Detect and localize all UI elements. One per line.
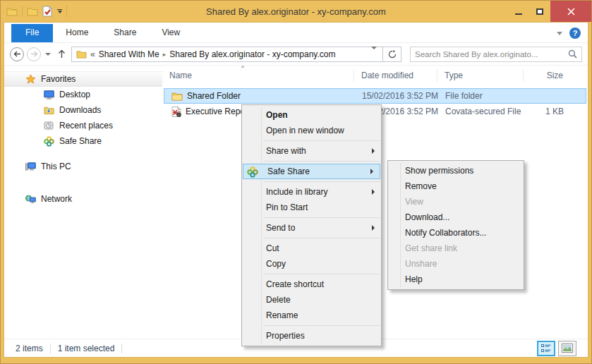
address-bar-row: « Shared With Me ▸ Shared By alex.origin… — [4, 43, 588, 66]
view-toggles — [537, 341, 576, 356]
window-folder-icon — [6, 7, 18, 16]
close-icon — [567, 8, 575, 16]
forward-button[interactable] — [27, 47, 41, 61]
address-controls — [366, 47, 401, 61]
menu-item-label: Share with — [266, 146, 306, 156]
menu-item-rename[interactable]: Rename — [242, 308, 381, 323]
toolbar-separator — [66, 6, 67, 17]
sidebar-item-recent-places[interactable]: Recent places — [4, 118, 162, 133]
back-arrow-icon — [13, 51, 21, 57]
large-icons-view-button[interactable] — [558, 341, 576, 356]
menu-item-share-with[interactable]: Share with — [242, 143, 381, 159]
details-view-button[interactable] — [537, 341, 555, 356]
search-box — [410, 47, 582, 62]
customize-toolbar-button[interactable] — [57, 9, 62, 14]
back-button[interactable] — [10, 47, 24, 61]
explorer-window: Shared By alex.originator - xy-company.c… — [0, 0, 592, 364]
sidebar-item-label: Network — [41, 194, 72, 204]
menu-item-label: Cut — [266, 243, 279, 253]
file-type-cell: Covata-secured File — [438, 107, 524, 116]
menu-item-label: Download... — [405, 212, 449, 222]
menu-item-label: Copy — [266, 259, 286, 269]
minimize-button[interactable] — [508, 1, 529, 22]
menu-item-open-new-window[interactable]: Open in new window — [242, 123, 381, 138]
submenu-item-notify-collaborators[interactable]: Notify Collaborators... — [388, 225, 524, 241]
breadcrumb-item-current[interactable]: Shared By alex.originator - xy-company.c… — [169, 49, 335, 59]
menu-item-create-shortcut[interactable]: Create shortcut — [242, 277, 381, 292]
menu-item-cut[interactable]: Cut — [242, 241, 381, 256]
downloads-icon — [44, 106, 54, 115]
column-header-name[interactable]: Name ▲ — [162, 69, 354, 82]
ribbon-right-controls: ? — [557, 28, 588, 39]
sidebar-item-favorites[interactable]: Favorites — [4, 71, 162, 87]
column-header-size[interactable]: Size — [524, 69, 572, 82]
menu-separator — [263, 325, 380, 326]
address-bar[interactable]: « Shared With Me ▸ Shared By alex.origin… — [71, 47, 401, 62]
menu-item-copy[interactable]: Copy — [242, 256, 381, 272]
menu-item-safe-share[interactable]: Safe Share — [243, 164, 380, 179]
menu-item-label: Pin to Start — [266, 202, 308, 212]
tab-file[interactable]: File — [11, 24, 53, 42]
up-arrow-icon — [58, 49, 66, 59]
tab-view[interactable]: View — [149, 24, 193, 42]
column-headers: Name ▲ Date modified Type Size — [162, 66, 588, 85]
column-header-type[interactable]: Type — [437, 69, 524, 82]
help-icon[interactable]: ? — [569, 28, 581, 39]
submenu-item-help[interactable]: Help — [388, 272, 524, 287]
search-icon[interactable] — [564, 49, 581, 59]
menu-item-include-in-library[interactable]: Include in library — [242, 184, 381, 200]
sidebar-item-desktop[interactable]: Desktop — [4, 87, 162, 102]
refresh-button[interactable] — [382, 47, 401, 61]
sidebar-item-label: This PC — [41, 162, 71, 171]
search-input[interactable] — [411, 50, 564, 59]
submenu-arrow-icon — [372, 148, 375, 154]
submenu-item-remove[interactable]: Remove — [388, 178, 524, 194]
new-folder-button[interactable] — [27, 7, 38, 16]
menu-item-open[interactable]: Open — [242, 107, 381, 123]
submenu-arrow-icon — [370, 169, 373, 174]
sidebar-item-label: Recent places — [59, 121, 113, 131]
close-button[interactable] — [550, 1, 591, 22]
menu-item-label: Open — [266, 110, 288, 120]
desktop-icon — [44, 90, 54, 99]
address-dropdown-icon[interactable] — [366, 49, 382, 59]
file-row-shared-folder[interactable]: Shared Folder 15/02/2016 3:52 PM File fo… — [164, 88, 586, 104]
properties-button[interactable] — [42, 6, 53, 17]
recent-locations-icon[interactable] — [45, 53, 51, 56]
maximize-button[interactable] — [529, 1, 550, 22]
menu-separator — [263, 274, 380, 274]
sidebar-item-downloads[interactable]: Downloads — [4, 102, 162, 118]
menu-separator — [263, 238, 380, 238]
breadcrumb-collapse-icon[interactable]: « — [90, 49, 95, 59]
submenu-arrow-icon — [372, 225, 375, 231]
safe-share-submenu: Show permissions Remove View Download...… — [387, 160, 524, 290]
sidebar-item-network[interactable]: Network — [4, 191, 162, 207]
menu-item-pin-to-start[interactable]: Pin to Start — [242, 200, 381, 215]
minimize-icon — [515, 13, 522, 15]
menu-separator — [263, 181, 380, 182]
menu-item-send-to[interactable]: Send to — [242, 220, 381, 236]
tab-share[interactable]: Share — [101, 24, 149, 42]
secured-pdf-icon — [171, 107, 181, 117]
submenu-item-download[interactable]: Download... — [388, 210, 524, 225]
selected-count: 1 item selected — [58, 344, 115, 353]
sidebar-item-safe-share[interactable]: Safe Share — [4, 133, 162, 149]
window-controls — [508, 1, 591, 22]
menu-item-label: Help — [405, 274, 423, 284]
up-button[interactable] — [58, 49, 66, 59]
forward-arrow-icon — [30, 51, 38, 57]
menu-item-delete[interactable]: Delete — [242, 292, 381, 308]
network-icon — [25, 195, 36, 204]
sidebar-item-label: Desktop — [59, 90, 90, 99]
address-folder-icon — [76, 50, 87, 59]
submenu-item-show-permissions[interactable]: Show permissions — [388, 163, 524, 178]
breadcrumb-separator-icon[interactable]: ▸ — [163, 51, 167, 58]
sidebar-spacer — [4, 174, 162, 191]
breadcrumb-item-shared-with-me[interactable]: Shared With Me — [99, 49, 159, 59]
menu-item-properties[interactable]: Properties — [242, 328, 381, 344]
expand-ribbon-icon[interactable] — [557, 32, 562, 35]
column-header-date-modified[interactable]: Date modified — [354, 69, 437, 82]
tab-home[interactable]: Home — [53, 24, 101, 42]
submenu-item-get-share-link: Get share link — [388, 241, 524, 256]
sidebar-item-this-pc[interactable]: This PC — [4, 159, 162, 174]
